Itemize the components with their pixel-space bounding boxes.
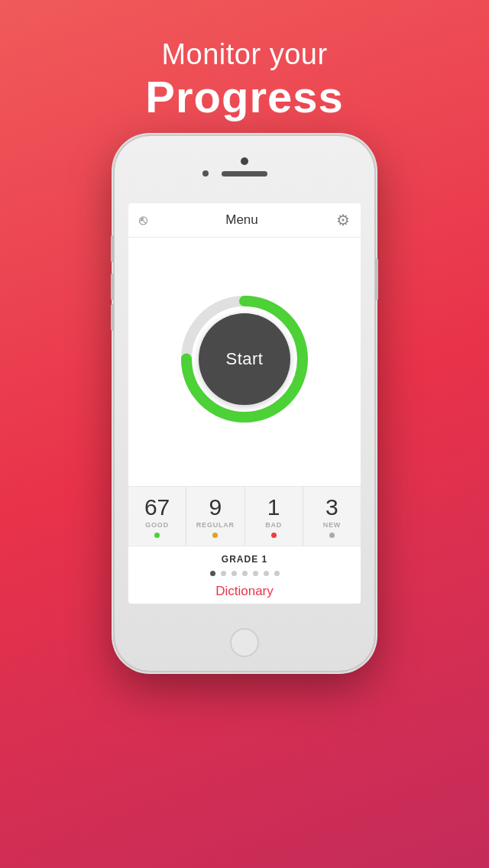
grade-label: GRADE 1 [222, 554, 267, 565]
stat-dot [271, 533, 277, 538]
pagination-dot-6[interactable] [274, 571, 280, 576]
phone-shell: ⎋ Menu ⚙ Start [115, 136, 374, 671]
stat-number: 67 [144, 496, 170, 519]
pagination-dot-3[interactable] [242, 571, 248, 576]
share-icon[interactable]: ⎋ [139, 212, 147, 228]
stat-item-good: 67GOOD [128, 487, 186, 546]
phone-screen: ⎋ Menu ⚙ Start [128, 203, 361, 604]
pagination-dot-4[interactable] [253, 571, 258, 576]
phone-camera [241, 157, 248, 165]
app-main-content: Start [128, 238, 361, 486]
donut-start-label: Start [226, 349, 264, 369]
stat-item-bad: 1BAD [244, 487, 303, 546]
stat-item-new: 3NEW [303, 487, 361, 546]
phone-home-button [230, 628, 259, 657]
stat-number: 1 [267, 496, 280, 519]
stat-label: BAD [265, 521, 282, 529]
stat-item-regular: 9REGULAR [186, 487, 244, 546]
phone-top-area [115, 136, 374, 203]
stat-label: REGULAR [196, 521, 235, 529]
nav-title: Menu [225, 212, 258, 228]
headline-main: Progress [145, 71, 343, 122]
stat-number: 9 [209, 496, 222, 519]
phone-dot [202, 170, 209, 177]
app-navbar: ⎋ Menu ⚙ [128, 203, 361, 238]
headline-sub: Monitor your [145, 38, 343, 71]
phone-body: ⎋ Menu ⚙ Start [115, 136, 374, 671]
pagination-dot-1[interactable] [221, 571, 226, 576]
donut-center-button[interactable]: Start [199, 313, 290, 405]
pagination-dots [210, 571, 280, 576]
dictionary-link[interactable]: Dictionary [215, 584, 274, 599]
stat-label: NEW [323, 521, 341, 529]
stat-number: 3 [325, 496, 338, 519]
headline-block: Monitor your Progress [145, 38, 343, 122]
app-bottom-section: GRADE 1 Dictionary [128, 546, 361, 604]
stat-dot [154, 533, 160, 538]
stat-label: GOOD [145, 521, 169, 529]
donut-chart[interactable]: Start [176, 290, 313, 428]
pagination-dot-0[interactable] [210, 571, 215, 576]
pagination-dot-2[interactable] [232, 571, 237, 576]
stats-bar: 67GOOD9REGULAR1BAD3NEW [128, 486, 361, 546]
stat-dot [212, 533, 218, 538]
phone-earpiece [222, 171, 267, 177]
gear-icon[interactable]: ⚙ [336, 211, 350, 229]
stat-dot [329, 533, 335, 538]
pagination-dot-5[interactable] [264, 571, 269, 576]
